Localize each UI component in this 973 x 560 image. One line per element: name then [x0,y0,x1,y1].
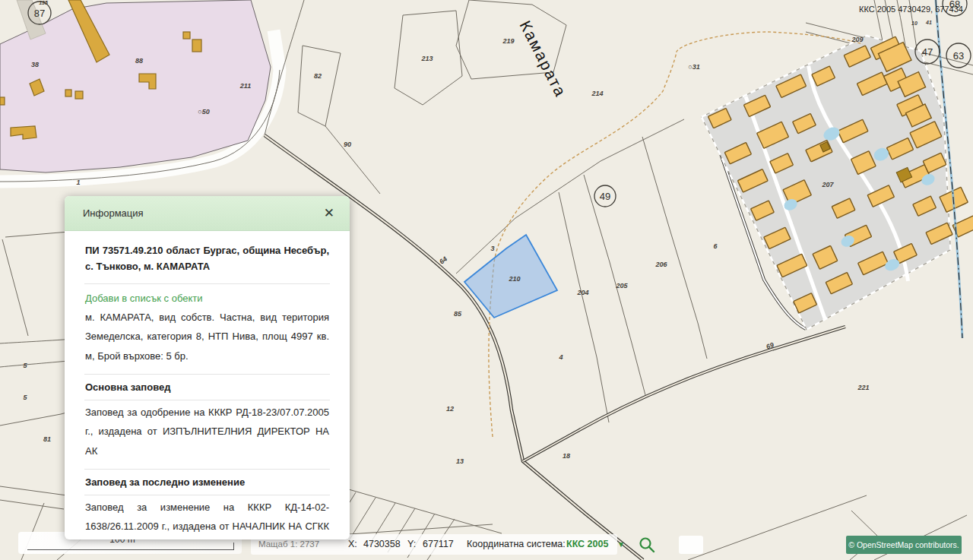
parcel-number-label: 221 [857,384,869,391]
parcel-number-label: 12 [446,405,454,413]
info-panel-body: ПИ 73571.49.210 област Бургас, община Не… [65,231,350,539]
parcel-number-label: 213 [420,55,433,62]
section-heading: Основна заповед [84,374,330,400]
parcel-number-label: ○31 [688,63,699,71]
parcel-number-label: 206 [654,261,667,268]
parcel-number-label: 204 [576,289,588,296]
y-coordinate-label: Y: [407,539,416,549]
search-icon [638,536,656,554]
add-to-object-list-link[interactable]: Добави в списък с обекти [84,284,330,305]
osm-attribution-text: © OpenStreetMap contributors. [848,540,959,549]
parcel-number-label: 214 [591,90,603,97]
close-icon[interactable]: ✕ [321,205,338,221]
info-panel: Информация ✕ ПИ 73571.49.210 област Бург… [65,196,350,539]
parcel-number-label: 82 [314,72,322,80]
search-button[interactable] [637,536,657,554]
parcel-number-label: 3 [490,245,494,252]
section-text: Заповед за изменение на КККР КД-14-02-16… [84,495,330,539]
map-control-box[interactable] [679,536,703,554]
parcel-number-label: 88 [135,57,143,65]
coordinate-system-label: Координатна система: [467,539,566,549]
quarter-number-text: 49 [600,191,610,202]
parcel-number-label: ○50 [198,108,209,115]
parcel-number-label: 209 [851,36,863,43]
parcel-number-label: 4 [558,353,563,361]
parcel-number-label: 85 [454,310,462,318]
quarter-number-text: 63 [953,50,964,62]
panel-sections: Основна заповедЗаповед за одобрение на К… [84,374,330,539]
parcel-number-label: 1 [76,179,80,186]
parcel-number-label: 18 [563,452,570,460]
parcel-number-label: 38 [31,61,39,68]
property-title: ПИ 73571.49.210 област Бургас, община Не… [84,231,330,284]
section-text: Заповед за одобрение на КККР РД-18-23/07… [84,400,330,469]
parcel-number-label: 205 [615,282,628,289]
parcel-number-label: 81 [43,435,51,443]
parcel-number-label: 219 [502,37,514,45]
scale-bar-line [27,543,234,550]
mouse-coordinates-readout: ККС 2005 4730429, 677434 [859,5,963,14]
quarter-number-text: 87 [34,8,45,19]
parcel-number-label: 90 [344,141,351,148]
info-panel-title: Информация [83,207,321,219]
parcel-number-label: 210 [508,275,520,283]
map-scale-text: Мащаб 1: 2737 [258,539,319,549]
section-heading: Заповед за последно изменение [84,469,330,495]
parcel-number-label: 211 [239,82,251,90]
parcel-number-label: 41 [925,20,932,25]
chevron-down-icon[interactable]: ▼ [617,540,625,549]
coordinate-system-select[interactable]: ККС 2005 [566,539,608,549]
x-coordinate-value: 4730358 [363,539,401,549]
quarter-number-text: 47 [922,46,933,58]
osm-attribution-badge: © OpenStreetMap contributors. [846,536,962,554]
x-coordinate-label: X: [348,539,357,549]
info-panel-header: Информация ✕ [65,196,350,231]
y-coordinate-value: 677117 [423,539,454,549]
parcel-number-label: 10 [911,21,918,26]
parcel-number-label: 13 [456,457,464,465]
parcel-number-label: 207 [821,181,834,188]
property-description: м. КАМАРАТА, вид собств. Частна, вид тер… [84,305,330,374]
